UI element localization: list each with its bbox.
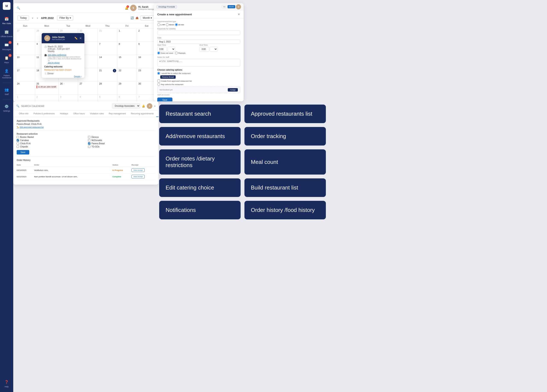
- appt-view-btn-month[interactable]: Month: [228, 5, 235, 8]
- restaurant-mcdonalds[interactable]: McDonalds: [88, 139, 155, 141]
- restaurant-search-button[interactable]: Restaurant search: [159, 105, 241, 123]
- order-notes-button[interactable]: Order notes /dietary restrictions: [159, 149, 241, 174]
- prev-month-button[interactable]: ‹: [31, 16, 34, 20]
- edit-approved-link[interactable]: ✏️ Edit approved restaurant list: [17, 126, 155, 128]
- catering-save-button[interactable]: Save: [17, 150, 29, 154]
- sidebar-item-messages[interactable]: ✉️ 7 Messages: [0, 40, 13, 53]
- cal-cell[interactable]: 21 1: [98, 68, 117, 81]
- cal-cell[interactable]: 3: [15, 42, 35, 55]
- tab-office-info[interactable]: Office info: [16, 111, 31, 117]
- does-not-reset-option[interactable]: Does not reset: [157, 52, 173, 54]
- cal-cell[interactable]: 2: [35, 94, 59, 101]
- order-history-button[interactable]: Order history /food history: [245, 201, 326, 219]
- catering-option-1[interactable]: I would like to select the restaurant: [157, 72, 240, 75]
- today-button[interactable]: Today: [18, 15, 29, 20]
- sidebar-item-offsite-events[interactable]: 🏢 Offsite Events: [0, 27, 13, 40]
- end-ampm-select[interactable]: AMPM: [210, 47, 218, 52]
- restaurant-carrabas[interactable]: Carrabas: [17, 139, 84, 141]
- cal-cell[interactable]: 26✓: [59, 81, 78, 94]
- cal-cell[interactable]: 1: [117, 28, 137, 42]
- cal-cell[interactable]: 7: [137, 94, 157, 101]
- catering-option-2[interactable]: Create from approved restaurant list: [157, 80, 240, 82]
- appt-panel-close-button[interactable]: ✕: [238, 13, 240, 16]
- cal-cell[interactable]: 5: [98, 94, 117, 101]
- order-tracking-button[interactable]: Order tracking: [245, 127, 326, 146]
- view-receipt-button-2[interactable]: View receipt: [131, 175, 144, 178]
- tab-policies[interactable]: Policies & preferences: [31, 111, 57, 117]
- restaurant-to-gos[interactable]: TO-GOs: [88, 146, 155, 148]
- restaurant-panera[interactable]: Panera Bread: [88, 142, 155, 145]
- sidebar-item-repo[interactable]: 📋 3 Repo: [0, 53, 13, 66]
- appt-type-1hr[interactable]: 1 HR: [157, 23, 165, 26]
- restaurant-chipotle[interactable]: Chipotle: [17, 146, 84, 148]
- calendar-event[interactable]: 11:45 am John Smith: [36, 85, 57, 88]
- filter-button[interactable]: Filter By ▾: [57, 15, 73, 20]
- appt-view-btn-1w[interactable]: 1w: [222, 5, 227, 8]
- cal-cell[interactable]: 31: [98, 28, 117, 42]
- cal-cell[interactable]: 2: [137, 28, 157, 42]
- assign-button[interactable]: Assign: [228, 88, 238, 92]
- cal-cell[interactable]: 28: [98, 81, 117, 94]
- cal-cell[interactable]: 3: [59, 94, 78, 101]
- cal-cell[interactable]: 14: [98, 55, 117, 68]
- appt-type-45min[interactable]: 45min: [166, 23, 174, 26]
- phone-link[interactable]: Join by phone: [48, 62, 82, 64]
- cal-cell[interactable]: 7: [98, 42, 117, 55]
- appt-type-30min[interactable]: 30 min: [175, 23, 184, 26]
- cal-cell[interactable]: 6: [117, 94, 137, 101]
- cal-cell[interactable]: 1: [15, 94, 35, 101]
- cal-cell[interactable]: 16: [137, 55, 157, 68]
- cal-cell[interactable]: 15: [117, 55, 137, 68]
- start-hour-input[interactable]: [157, 47, 167, 52]
- tab-rep-management[interactable]: Rep management: [106, 111, 128, 117]
- cal-cell[interactable]: 8: [117, 42, 137, 55]
- restaurant-chickfila[interactable]: Chick-Fil-A: [17, 142, 84, 145]
- notes-textarea[interactable]: [157, 59, 240, 66]
- restaurant-dennys[interactable]: Dennys: [88, 136, 155, 138]
- bp-search-input[interactable]: [21, 105, 110, 107]
- restaurant-boston-market[interactable]: Boston Market: [17, 136, 84, 138]
- tab-office-hours[interactable]: Office hours: [71, 111, 87, 117]
- cal-cell[interactable]: 4: [78, 94, 98, 101]
- cal-cell[interactable]: 22: [117, 68, 137, 81]
- sidebar-item-settings[interactable]: ⚙️ Settings: [0, 101, 13, 114]
- add-remove-restaurants-button[interactable]: Add/remove restaurants: [159, 127, 241, 146]
- tab-visitation-rules[interactable]: Visitation rules: [87, 111, 106, 117]
- app-logo[interactable]: M: [3, 2, 10, 10]
- cal-cell[interactable]: 27: [15, 28, 35, 42]
- tab-catering[interactable]: Catering: [156, 111, 158, 117]
- keywords-input[interactable]: [157, 31, 240, 35]
- cal-cell[interactable]: 10: [15, 55, 35, 68]
- save-appointment-button[interactable]: Save: [157, 98, 172, 101]
- cal-cell[interactable]: 30: [137, 81, 157, 94]
- tab-recurring[interactable]: Recurring appointments: [128, 111, 156, 117]
- office-select[interactable]: Oncology Associates: [112, 104, 140, 108]
- bp-notif-icon[interactable]: 🔔: [142, 105, 145, 107]
- next-month-button[interactable]: ›: [36, 16, 39, 20]
- cal-cell[interactable]: 24: [15, 81, 35, 94]
- month-view-button[interactable]: Month ▾: [140, 15, 154, 20]
- cal-cell-with-event[interactable]: 25 11:45 am John Smith: [35, 81, 59, 94]
- view-receipt-button-1[interactable]: View receipt: [131, 168, 144, 172]
- cal-cell[interactable]: 17: [15, 68, 35, 81]
- repeats-option[interactable]: Repeats: [175, 52, 186, 54]
- sidebar-item-staff[interactable]: 👥 Staff: [0, 85, 13, 98]
- cal-cell[interactable]: 23: [137, 68, 157, 81]
- end-hour-input[interactable]: [199, 47, 209, 52]
- tab-holidays[interactable]: Holidays: [57, 111, 70, 117]
- video-conference-link[interactable]: Join video conference: [48, 54, 82, 56]
- catering-option-3[interactable]: Rep selects the restaurant: [157, 83, 240, 86]
- cal-cell[interactable]: 29: [117, 81, 137, 94]
- sidebar-item-patient-assistance[interactable]: 👤 Patient Assistance: [0, 66, 13, 81]
- bp-menu-icon[interactable]: ≡: [154, 105, 156, 107]
- build-restaurant-list-button[interactable]: Build restaurant list: [245, 178, 326, 197]
- cal-cell[interactable]: 9: [137, 42, 157, 55]
- meal-count-button[interactable]: Meal count: [245, 149, 326, 174]
- edit-catering-choice-button[interactable]: Edit catering choice: [159, 178, 241, 197]
- popup-edit-button[interactable]: ✏️: [74, 37, 78, 40]
- cal-cell[interactable]: 27: [78, 81, 98, 94]
- sidebar-item-rec-visits[interactable]: 📅 Rec Visits: [0, 14, 13, 27]
- start-ampm-select[interactable]: AMPM: [168, 47, 175, 52]
- notification-area[interactable]: 🔔 1: [125, 6, 128, 10]
- date-input[interactable]: [157, 40, 240, 44]
